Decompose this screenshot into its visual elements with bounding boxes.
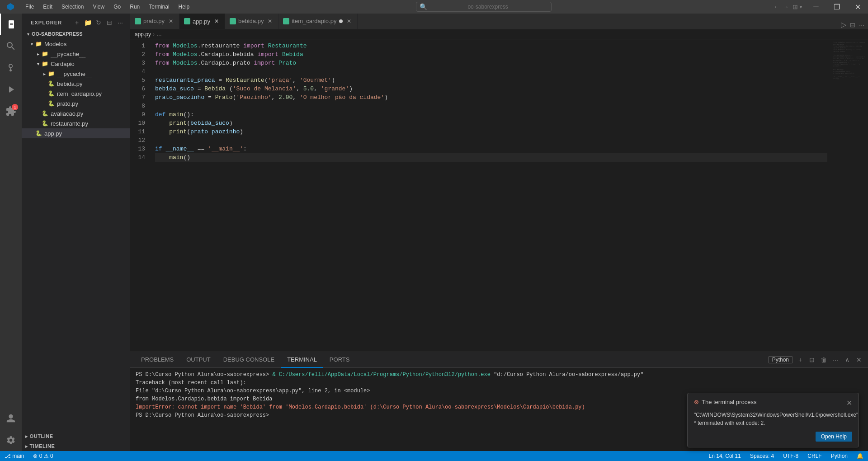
close-panel[interactable]: ✕ [854, 355, 863, 364]
tab-item-cardapio[interactable]: item_cardapio.py ✕ [278, 14, 358, 29]
status-bar: ⎇ main ⊗ 0 ⚠ 0 Ln 14, Col 11 Spaces: 4 U… [0, 451, 868, 461]
minimize-button[interactable]: ─ [806, 0, 826, 14]
refresh-button[interactable]: ↻ [94, 18, 103, 27]
activity-accounts[interactable] [0, 408, 22, 429]
split-terminal[interactable]: ⊟ [807, 355, 816, 364]
status-language[interactable]: Python [826, 451, 852, 461]
menu-selection[interactable]: Selection [57, 0, 88, 14]
tab-bar: prato.py ✕ app.py ✕ bebida.py ✕ item_car… [130, 14, 868, 29]
activity-extensions[interactable]: 1 [0, 100, 22, 122]
new-file-button[interactable]: + [72, 18, 81, 27]
add-terminal[interactable]: + [796, 355, 805, 364]
tab-close-item[interactable]: ✕ [345, 18, 353, 25]
menu-run[interactable]: Run [125, 0, 144, 14]
activity-search[interactable] [0, 35, 22, 57]
timeline-panel[interactable]: ▸ TIMELINE [22, 441, 130, 451]
status-spaces[interactable]: Spaces: 4 [745, 451, 778, 461]
panel-tab-terminal[interactable]: TERMINAL [281, 352, 323, 368]
run-button[interactable]: ▷ [841, 20, 846, 29]
ln7: 7 [130, 93, 151, 102]
ln10: 10 [130, 119, 151, 127]
tree-pycache2[interactable]: ▸ 📁 __pycache__ [22, 69, 130, 79]
activity-bottom [0, 408, 22, 451]
code-line-5: restaurante_praca = Restaurante('praça',… [155, 76, 827, 85]
layout-icon[interactable]: ⊞ [793, 3, 798, 10]
pycache1-label: __pycache__ [51, 51, 85, 57]
menu-help[interactable]: Help [174, 0, 194, 14]
terminal-line-2: Traceback (most recent call last): [136, 379, 863, 387]
tab-close-app[interactable]: ✕ [213, 18, 220, 25]
trash-terminal[interactable]: 🗑 [819, 355, 828, 364]
menu-terminal[interactable]: Terminal [144, 0, 174, 14]
status-branch[interactable]: ⎇ main [0, 451, 28, 461]
status-encoding[interactable]: UTF-8 [778, 451, 803, 461]
panel-tab-problems[interactable]: PROBLEMS [135, 352, 180, 368]
window-controls: ─ ❐ ✕ [806, 0, 868, 14]
activity-settings[interactable] [0, 429, 22, 451]
split-editor[interactable]: ⊟ [850, 21, 855, 28]
more-actions[interactable]: ··· [116, 18, 125, 27]
tab-close-prato[interactable]: ✕ [167, 18, 175, 25]
code-editor[interactable]: 1 2 3 4 5 6 7 8 9 10 11 12 13 14 from Mo… [130, 39, 868, 352]
tab-app[interactable]: app.py ✕ [179, 14, 225, 29]
code-line-13: if __name__ == '__main__': [155, 145, 827, 153]
tree-cardapio[interactable]: ▾ 📁 Cardapio [22, 59, 130, 69]
terminal-line-1: PS D:\Curso Python Alura\oo-saborexpress… [136, 371, 863, 379]
status-notifications[interactable]: 🔔 [852, 451, 868, 461]
breadcrumb-more[interactable]: … [156, 31, 162, 38]
error-icon: ⊗ [694, 399, 699, 405]
code-content[interactable]: from Modelos.restaurante import Restaura… [151, 39, 832, 352]
status-line-col[interactable]: Ln 14, Col 11 [704, 451, 745, 461]
new-folder-button[interactable]: 📁 [83, 18, 92, 27]
terminal-name[interactable]: Python [768, 356, 793, 363]
more-terminal[interactable]: ··· [831, 355, 840, 364]
activity-run-debug[interactable] [0, 79, 22, 100]
tree-item-cardapio[interactable]: ▸ 🐍 item_cardapio.py [22, 89, 130, 99]
pycache2-label: __pycache__ [57, 71, 92, 77]
activity-bar: 1 [0, 14, 22, 451]
tab-prato[interactable]: prato.py ✕ [130, 14, 179, 29]
more-editor-actions[interactable]: ··· [859, 21, 864, 28]
tab-close-bebida[interactable]: ✕ [266, 18, 274, 25]
status-eol[interactable]: CRLF [803, 451, 826, 461]
panel-tab-ports[interactable]: PORTS [323, 352, 356, 368]
app-label: app.py [44, 130, 62, 137]
menu-go[interactable]: Go [109, 0, 125, 14]
panel-actions: Python + ⊟ 🗑 ··· ∧ ✕ [768, 355, 863, 364]
nav-back[interactable]: ← [774, 3, 780, 10]
tree-prato[interactable]: ▸ 🐍 prato.py [22, 99, 130, 108]
tab-bebida[interactable]: bebida.py ✕ [225, 14, 278, 29]
menu-edit[interactable]: Edit [38, 0, 57, 14]
menu-view[interactable]: View [88, 0, 109, 14]
bebida-label: bebida.py [57, 80, 82, 87]
minimap-preview: from Modelos.restaurante import Restaura… [832, 39, 868, 82]
tree-bebida[interactable]: ▸ 🐍 bebida.py [22, 79, 130, 89]
tree-pycache1[interactable]: ▸ 📁 __pycache__ [22, 49, 130, 59]
status-errors[interactable]: ⊗ 0 ⚠ 0 [28, 451, 57, 461]
panel-tab-debug[interactable]: DEBUG CONSOLE [217, 352, 281, 368]
breadcrumb-file[interactable]: app.py [135, 31, 151, 38]
tree-avaliacao[interactable]: ▸ 🐍 avaliacao.py [22, 108, 130, 118]
tree-root[interactable]: ▾ OO-SABOREXPRESS [22, 29, 130, 39]
code-line-2: from Modelos.Cardapio.bebida import Bebi… [155, 50, 827, 59]
ln14: 14 [130, 153, 151, 162]
restore-button[interactable]: ❐ [826, 0, 847, 14]
outline-panel[interactable]: ▸ OUTLINE [22, 431, 130, 441]
close-button[interactable]: ✕ [847, 0, 868, 14]
nav-forward[interactable]: → [783, 3, 789, 10]
tree-app[interactable]: ▸ 🐍 app.py [22, 128, 130, 138]
activity-explorer[interactable] [0, 14, 22, 35]
panel-tabs: PROBLEMS OUTPUT DEBUG CONSOLE TERMINAL P… [130, 352, 868, 368]
notification-popup: ⊗ The terminal process ✕ "C:\WINDOWS\Sys… [687, 393, 859, 447]
search-input[interactable] [416, 2, 552, 12]
menu-file[interactable]: File [21, 0, 38, 14]
collapse-button[interactable]: ⊟ [105, 18, 114, 27]
open-help-button[interactable]: Open Help [816, 432, 852, 442]
item-cardapio-label: item_cardapio.py [57, 90, 102, 97]
tree-restaurante[interactable]: ▸ 🐍 restaurante.py [22, 118, 130, 128]
notification-close[interactable]: ✕ [846, 399, 852, 407]
tree-modelos[interactable]: ▾ 📁 Modelos [22, 39, 130, 49]
maximize-panel[interactable]: ∧ [843, 355, 852, 364]
activity-source-control[interactable] [0, 57, 22, 79]
panel-tab-output[interactable]: OUTPUT [180, 352, 217, 368]
